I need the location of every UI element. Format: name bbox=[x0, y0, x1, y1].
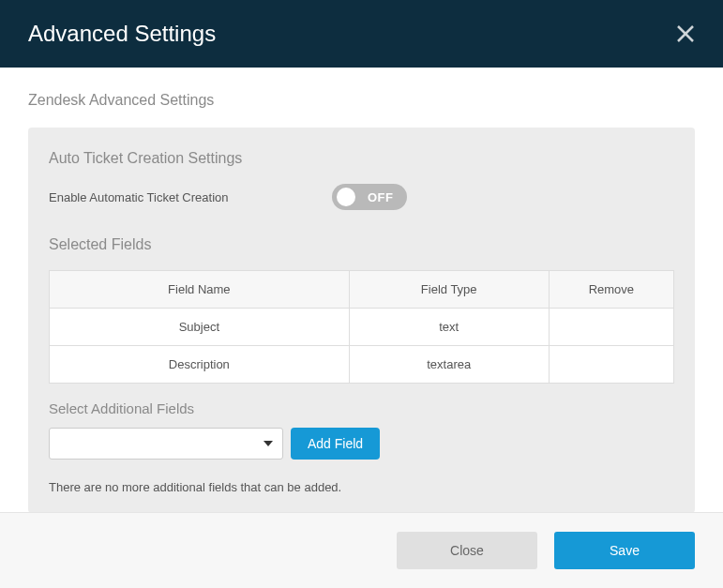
close-icon[interactable] bbox=[676, 24, 695, 43]
cell-field-type: text bbox=[349, 309, 549, 346]
cell-field-name: Description bbox=[50, 346, 350, 384]
cell-field-type: textarea bbox=[349, 346, 549, 384]
auto-ticket-label: Enable Automatic Ticket Creation bbox=[49, 190, 229, 204]
col-remove: Remove bbox=[549, 271, 673, 309]
add-field-button[interactable]: Add Field bbox=[291, 428, 380, 460]
toggle-knob bbox=[337, 188, 355, 206]
no-more-fields-message: There are no more additional fields that… bbox=[49, 480, 674, 494]
cell-field-name: Subject bbox=[50, 309, 350, 346]
auto-ticket-toggle[interactable]: OFF bbox=[332, 184, 407, 210]
table-header-row: Field Name Field Type Remove bbox=[50, 271, 674, 309]
select-additional-heading: Select Additional Fields bbox=[49, 400, 674, 416]
page-subtitle: Zendesk Advanced Settings bbox=[0, 68, 723, 128]
auto-ticket-heading: Auto Ticket Creation Settings bbox=[49, 150, 674, 167]
fields-table: Field Name Field Type Remove Subject tex… bbox=[49, 270, 674, 384]
modal-title: Advanced Settings bbox=[28, 21, 216, 47]
table-row: Subject text bbox=[50, 309, 674, 346]
select-row: Add Field bbox=[49, 428, 674, 460]
settings-panel: Auto Ticket Creation Settings Enable Aut… bbox=[28, 128, 695, 513]
additional-field-select[interactable] bbox=[49, 428, 283, 460]
close-button[interactable]: Close bbox=[397, 532, 537, 569]
col-field-name: Field Name bbox=[50, 271, 350, 309]
cell-remove bbox=[549, 309, 673, 346]
toggle-row: Enable Automatic Ticket Creation OFF bbox=[49, 184, 674, 210]
save-button[interactable]: Save bbox=[554, 532, 695, 569]
col-field-type: Field Type bbox=[349, 271, 549, 309]
toggle-state-text: OFF bbox=[368, 190, 394, 204]
cell-remove bbox=[549, 346, 673, 384]
modal-header: Advanced Settings bbox=[0, 0, 723, 68]
selected-fields-heading: Selected Fields bbox=[49, 236, 674, 253]
modal-footer: Close Save bbox=[0, 512, 723, 588]
table-row: Description textarea bbox=[50, 346, 674, 384]
